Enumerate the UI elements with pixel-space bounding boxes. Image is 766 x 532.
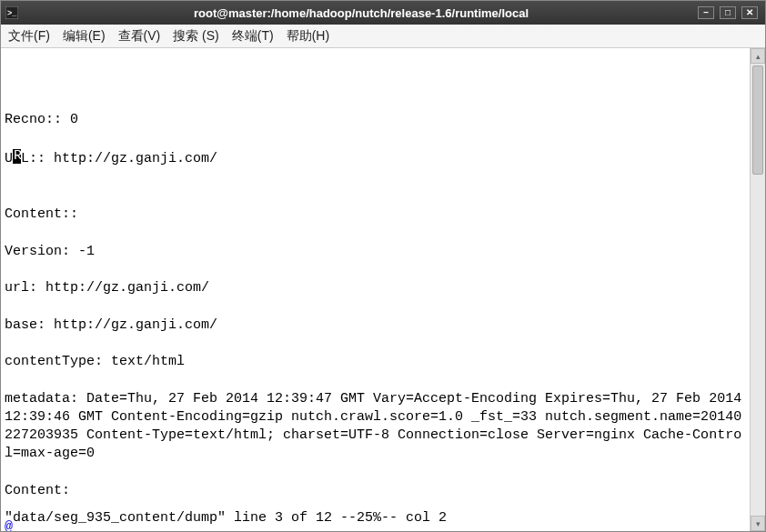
window-titlebar: >_ root@master:/home/hadoop/nutch/releas… xyxy=(1,1,765,25)
scroll-thumb[interactable] xyxy=(752,65,763,175)
term-line-metadata: metadata: Date=Thu, 27 Feb 2014 12:39:47… xyxy=(5,390,746,464)
close-button[interactable]: ✕ xyxy=(741,6,758,19)
scroll-up-arrow-icon[interactable]: ▴ xyxy=(751,48,765,64)
scroll-down-arrow-icon[interactable]: ▾ xyxy=(751,516,765,531)
terminal-icon: >_ xyxy=(5,5,19,20)
vertical-scrollbar[interactable]: ▴ ▾ xyxy=(750,48,765,531)
term-line-version: Version: -1 xyxy=(5,243,746,261)
term-blank-top xyxy=(5,74,746,92)
url-suffix: L:: http://gz.ganji.com/ xyxy=(21,151,217,166)
window-title: root@master:/home/hadoop/nutch/release-1… xyxy=(25,6,698,20)
svg-text:>_: >_ xyxy=(7,8,17,17)
text-cursor: R xyxy=(13,149,21,164)
menubar: 文件(F) 编辑(E) 查看(V) 搜索 (S) 终端(T) 帮助(H) xyxy=(1,25,765,48)
menu-search[interactable]: 搜索 (S) xyxy=(173,28,219,45)
content-wrapper: Recno:: 0 URL:: http://gz.ganji.com/ Con… xyxy=(1,48,765,531)
url-prefix: U xyxy=(5,151,13,166)
term-line-url: URL:: http://gz.ganji.com/ xyxy=(5,147,746,168)
term-line-contenthdr: Content:: xyxy=(5,206,746,224)
term-line-base: base: http://gz.ganji.com/ xyxy=(5,316,746,335)
terminal-output[interactable]: Recno:: 0 URL:: http://gz.ganji.com/ Con… xyxy=(1,48,750,531)
term-line-recno: Recno:: 0 xyxy=(5,111,746,129)
menu-view[interactable]: 查看(V) xyxy=(118,28,161,45)
menu-file[interactable]: 文件(F) xyxy=(8,28,50,45)
menu-edit[interactable]: 编辑(E) xyxy=(63,28,106,45)
term-line-contentlbl: Content: xyxy=(5,482,746,500)
term-line-ctype: contentType: text/html xyxy=(5,353,746,371)
editor-status-line: "data/seg_935_content/dump" line 3 of 12… xyxy=(5,509,447,527)
maximize-button[interactable]: □ xyxy=(720,6,736,19)
menu-terminal[interactable]: 终端(T) xyxy=(232,28,274,45)
term-line-url2: url: http://gz.ganji.com/ xyxy=(5,279,746,297)
minimize-button[interactable]: – xyxy=(698,6,714,19)
menu-help[interactable]: 帮助(H) xyxy=(287,28,329,45)
window-controls: – □ ✕ xyxy=(698,6,761,19)
